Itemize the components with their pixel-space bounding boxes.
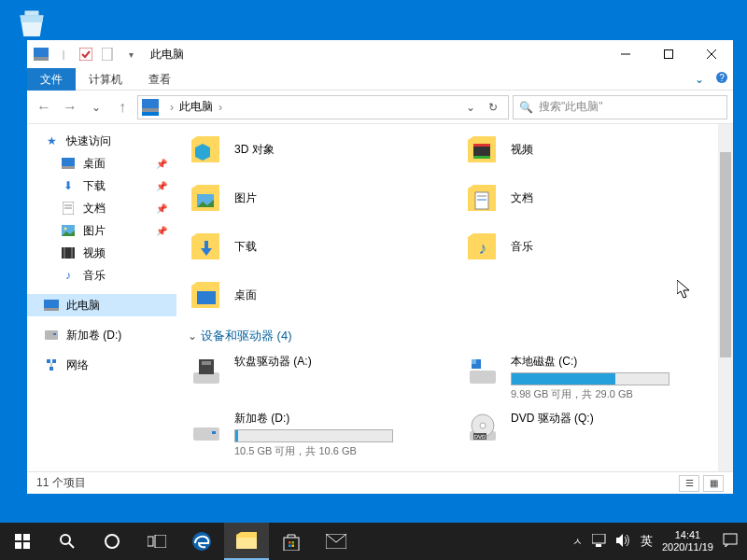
svg-rect-60 [148,537,153,546]
sidebar-desktop[interactable]: 桌面 📌 [27,152,176,175]
folder-3d-objects[interactable]: 3D 对象 [188,128,445,171]
folder-label: 下载 [234,239,257,255]
tab-view[interactable]: 查看 [135,68,184,91]
action-center-icon[interactable] [723,533,738,550]
sidebar: ★ 快速访问 桌面 📌 ⬇ 下载 📌 文档 📌 图片 📌 [27,124,176,471]
svg-rect-14 [62,166,75,169]
tray-overflow-icon[interactable]: ㅅ [572,535,583,549]
section-label: 设备和驱动器 (4) [201,328,292,344]
svg-rect-13 [62,158,75,166]
section-devices-header[interactable]: ⌄ 设备和驱动器 (4) [188,328,722,344]
sidebar-videos[interactable]: 视频 [27,242,176,264]
start-button[interactable] [0,523,45,560]
help-icon[interactable]: ? [711,71,733,88]
properties-icon[interactable] [76,44,96,64]
recycle-bin-icon [13,4,50,41]
sidebar-downloads[interactable]: ⬇ 下载 📌 [27,175,176,197]
refresh-icon[interactable]: ↻ [482,101,504,114]
sidebar-new-volume-d[interactable]: 新加卷 (D:) [27,324,176,346]
svg-rect-27 [47,359,50,363]
desktop-icon [61,156,76,171]
network-icon [44,357,59,372]
drive-name: 新加卷 (D:) [234,411,445,427]
edge-button[interactable] [179,523,224,560]
scrollbar[interactable] [718,124,733,471]
svg-rect-33 [473,156,490,159]
clock[interactable]: 14:41 2020/11/19 [662,529,713,553]
this-pc-icon [142,99,159,116]
folder-downloads[interactable]: 下载 [188,225,445,268]
qat-dropdown-icon[interactable]: ▾ [120,44,141,64]
svg-rect-53 [15,534,21,540]
sidebar-music[interactable]: ♪ 音乐 [27,264,176,287]
folder-pictures[interactable]: 图片 [188,176,445,219]
search-button[interactable] [45,523,90,560]
picture-icon [61,223,76,238]
tab-file[interactable]: 文件 [27,68,76,91]
svg-rect-2 [34,57,49,61]
details-view-button[interactable]: ☰ [679,475,699,492]
drive-dvd[interactable]: DVD DVD 驱动器 (Q:) [464,411,722,458]
svg-rect-55 [15,542,21,549]
svg-rect-71 [596,544,601,547]
sidebar-label: 文档 [83,201,106,217]
sidebar-label: 新加卷 (D:) [66,328,121,343]
folder-documents[interactable]: 文档 [464,176,722,219]
pictures-icon [188,179,225,217]
ime-indicator[interactable]: 英 [641,533,653,550]
svg-rect-3 [79,48,92,61]
time-text: 14:41 [662,529,713,541]
svg-rect-23 [44,300,59,308]
sidebar-pictures[interactable]: 图片 📌 [27,219,176,242]
mail-button[interactable] [314,523,359,560]
drive-floppy[interactable]: 软盘驱动器 (A:) [188,354,445,401]
svg-rect-22 [71,247,73,259]
tab-computer[interactable]: 计算机 [76,68,135,91]
svg-rect-47 [212,431,216,434]
new-folder-icon[interactable] [98,44,119,64]
forward-button[interactable]: → [59,96,81,119]
svg-rect-67 [289,545,291,548]
sidebar-quick-access[interactable]: ★ 快速访问 [27,130,176,152]
ribbon: 文件 计算机 查看 ⌄ ? [27,68,733,91]
sidebar-this-pc[interactable]: 此电脑 [27,294,176,316]
sidebar-network[interactable]: 网络 [27,354,176,376]
svg-rect-26 [53,333,56,335]
up-button[interactable]: ↑ [111,96,134,119]
svg-rect-21 [63,247,65,259]
ribbon-expand-icon[interactable]: ⌄ [688,73,711,86]
folder-videos[interactable]: 视频 [464,128,722,171]
address-bar[interactable]: › 此电脑 › ⌄ ↻ [137,95,509,119]
folder-music[interactable]: ♪ 音乐 [464,225,722,268]
volume-icon[interactable] [616,534,631,549]
network-tray-icon[interactable] [592,534,607,549]
address-dropdown-icon[interactable]: ⌄ [459,101,482,114]
hdd-icon [464,354,501,391]
scrollbar-thumb[interactable] [720,152,731,357]
drive-d[interactable]: 新加卷 (D:) 10.5 GB 可用，共 10.6 GB [188,411,445,458]
breadcrumb-this-pc[interactable]: 此电脑 [179,99,213,115]
back-button[interactable]: ← [33,96,55,119]
icons-view-button[interactable]: ▦ [703,475,724,492]
sidebar-documents[interactable]: 文档 📌 [27,197,176,219]
download-icon: ⬇ [61,178,76,193]
qat-separator: | [53,44,74,64]
history-dropdown[interactable]: ⌄ [85,96,107,119]
svg-rect-72 [724,534,737,544]
cortana-button[interactable] [90,523,134,560]
hdd-icon [188,411,225,448]
breadcrumb-sep2: › [218,101,222,114]
close-button[interactable] [690,40,733,68]
svg-text:?: ? [719,73,725,83]
task-view-button[interactable] [134,523,179,560]
maximize-button[interactable] [647,40,690,68]
store-button[interactable] [269,523,314,560]
address-row: ← → ⌄ ↑ › 此电脑 › ⌄ ↻ 🔍 搜索"此电脑" [27,91,733,124]
sidebar-label: 下载 [83,178,106,194]
svg-rect-12 [142,108,159,112]
drive-c[interactable]: 本地磁盘 (C:) 9.98 GB 可用，共 29.0 GB [464,354,722,401]
minimize-button[interactable] [604,40,647,68]
search-input[interactable]: 🔍 搜索"此电脑" [513,95,727,119]
folder-desktop[interactable]: 桌面 [188,273,445,316]
explorer-button[interactable] [224,523,269,560]
